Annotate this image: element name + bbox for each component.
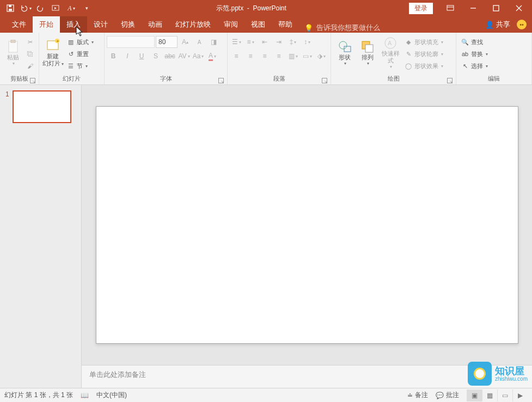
share-button[interactable]: 👤 共享 xyxy=(485,20,510,29)
shape-effects-button[interactable]: ◯形状效果▾ xyxy=(402,60,445,72)
paste-button[interactable]: 粘贴▾ xyxy=(2,34,23,72)
font-size-combo[interactable] xyxy=(156,36,178,48)
align-left-button[interactable]: ≡ xyxy=(230,50,243,62)
slide-counter[interactable]: 幻灯片 第 1 张，共 1 张 xyxy=(4,391,73,400)
quick-access-toolbar: ▾ A▾ ▾ xyxy=(0,1,94,15)
format-painter-button[interactable]: 🖌 xyxy=(23,60,36,72)
notes-toggle[interactable]: ≐备注 xyxy=(407,391,428,400)
numbering-button[interactable]: ≡▾ xyxy=(244,36,257,48)
justify-button[interactable]: ≡ xyxy=(272,50,285,62)
align-center-button[interactable]: ≡ xyxy=(244,50,257,62)
feedback-icon[interactable]: •• xyxy=(517,20,527,29)
tab-insert[interactable]: 插入 xyxy=(60,16,87,33)
italic-button[interactable]: I xyxy=(121,50,134,62)
align-right-button[interactable]: ≡ xyxy=(258,50,271,62)
change-case-button[interactable]: Aa▾ xyxy=(192,50,205,62)
clipboard-dialog-launcher[interactable] xyxy=(30,78,35,83)
redo-button[interactable] xyxy=(34,1,48,15)
qat-customize-button[interactable]: ▾ xyxy=(80,1,94,15)
window-title: 示范.pptx - PowerPoint xyxy=(94,4,409,13)
minimize-button[interactable] xyxy=(462,0,484,16)
new-slide-button[interactable]: ✦ 新建 幻灯片▾ xyxy=(41,34,64,72)
line-spacing-button[interactable]: ‡▾ xyxy=(286,36,299,48)
slide-thumbnail-pane[interactable]: 1 xyxy=(0,85,82,388)
group-editing: 🔍查找 ab替换▾ ↖选择▾ 编辑 xyxy=(456,33,532,84)
shapes-button[interactable]: 形状▾ xyxy=(333,34,356,72)
replace-button[interactable]: ab替换▾ xyxy=(458,48,490,60)
svg-rect-7 xyxy=(493,5,499,11)
tab-animations[interactable]: 动画 xyxy=(142,16,169,33)
font-family-combo[interactable] xyxy=(107,36,155,48)
sorter-view-button[interactable]: ▦ xyxy=(482,389,497,401)
cut-button[interactable]: ✂ xyxy=(23,36,36,48)
drawing-dialog-launcher[interactable] xyxy=(447,78,452,83)
tab-design[interactable]: 设计 xyxy=(87,16,114,33)
shape-fill-button[interactable]: ◆形状填充▾ xyxy=(402,36,445,48)
quick-styles-icon: A xyxy=(383,36,398,50)
layout-button[interactable]: ▥版式▾ xyxy=(64,36,96,48)
effects-icon: ◯ xyxy=(404,62,413,70)
tab-view[interactable]: 视图 xyxy=(244,16,272,33)
font-color-button[interactable]: A▾ xyxy=(206,50,219,62)
brush-icon: 🖌 xyxy=(26,62,34,70)
login-button[interactable]: 登录 xyxy=(409,3,433,14)
undo-button[interactable]: ▾ xyxy=(19,1,33,15)
increase-indent-button[interactable]: ⇥ xyxy=(272,36,285,48)
strikethrough-button[interactable]: abc xyxy=(163,50,176,62)
svg-rect-1 xyxy=(9,9,12,11)
reading-view-button[interactable]: ▭ xyxy=(497,389,512,401)
decrease-font-button[interactable]: A xyxy=(193,36,206,48)
reset-button[interactable]: ↺重置 xyxy=(64,48,96,60)
text-direction-button[interactable]: ↕▾ xyxy=(301,36,314,48)
bold-button[interactable]: B xyxy=(107,50,120,62)
thumbnail-item[interactable]: 1 xyxy=(0,90,81,123)
shape-outline-button[interactable]: ✎形状轮廓▾ xyxy=(402,48,445,60)
save-button[interactable] xyxy=(3,1,17,15)
underline-button[interactable]: U xyxy=(135,50,148,62)
tab-help[interactable]: 帮助 xyxy=(272,16,299,33)
arrange-button[interactable]: 排列▾ xyxy=(356,34,379,72)
char-spacing-button[interactable]: AV▾ xyxy=(178,50,191,62)
watermark-url: zhishiwu.com xyxy=(495,376,528,382)
spellcheck-icon[interactable]: 📖 xyxy=(81,392,89,399)
select-button[interactable]: ↖选择▾ xyxy=(458,60,490,72)
maximize-button[interactable] xyxy=(485,0,507,16)
clear-formatting-button[interactable]: ◨ xyxy=(207,36,220,48)
smartart-button[interactable]: ⬗▾ xyxy=(315,50,328,62)
tab-transitions[interactable]: 切换 xyxy=(114,16,142,33)
section-button[interactable]: ☰节▾ xyxy=(64,60,96,72)
ribbon-display-button[interactable] xyxy=(439,0,461,16)
paragraph-dialog-launcher[interactable] xyxy=(322,78,327,83)
font-dialog-launcher[interactable] xyxy=(218,78,224,83)
bullets-button[interactable]: ☰▾ xyxy=(230,36,243,48)
new-slide-icon: ✦ xyxy=(46,39,59,53)
align-text-button[interactable]: ▭▾ xyxy=(301,50,314,62)
tab-review[interactable]: 审阅 xyxy=(217,16,244,33)
notes-pane[interactable]: 单击此处添加备注 xyxy=(82,365,532,388)
comment-icon: 💬 xyxy=(436,392,444,399)
touch-mode-button[interactable]: A▾ xyxy=(64,1,78,15)
normal-view-button[interactable]: ▣ xyxy=(467,389,482,401)
lightbulb-icon: 💡 xyxy=(304,23,313,32)
quick-styles-button[interactable]: A 快速样式▾ xyxy=(379,34,402,72)
slide-canvas[interactable] xyxy=(96,106,518,344)
share-icon: 👤 xyxy=(485,21,494,29)
title-app: PowerPoint xyxy=(253,4,286,12)
start-from-beginning-button[interactable] xyxy=(49,1,63,15)
shadow-button[interactable]: S xyxy=(149,50,162,62)
copy-button[interactable]: ⿻ xyxy=(23,48,36,60)
close-button[interactable] xyxy=(508,0,530,16)
columns-button[interactable]: ▥▾ xyxy=(286,50,299,62)
thumbnail-preview[interactable] xyxy=(13,90,71,123)
language-indicator[interactable]: 中文(中国) xyxy=(96,391,127,400)
slideshow-view-button[interactable]: ▶ xyxy=(512,389,528,401)
comments-toggle[interactable]: 💬批注 xyxy=(436,391,459,400)
tab-slideshow[interactable]: 幻灯片放映 xyxy=(169,16,217,33)
increase-font-button[interactable]: A▴ xyxy=(179,36,192,48)
find-icon: 🔍 xyxy=(461,38,469,46)
find-button[interactable]: 🔍查找 xyxy=(458,36,490,48)
tellme-search[interactable]: 💡 告诉我你想要做什么 xyxy=(299,23,386,33)
decrease-indent-button[interactable]: ⇤ xyxy=(258,36,271,48)
tab-home[interactable]: 开始 xyxy=(33,16,60,33)
tab-file[interactable]: 文件 xyxy=(5,16,33,33)
